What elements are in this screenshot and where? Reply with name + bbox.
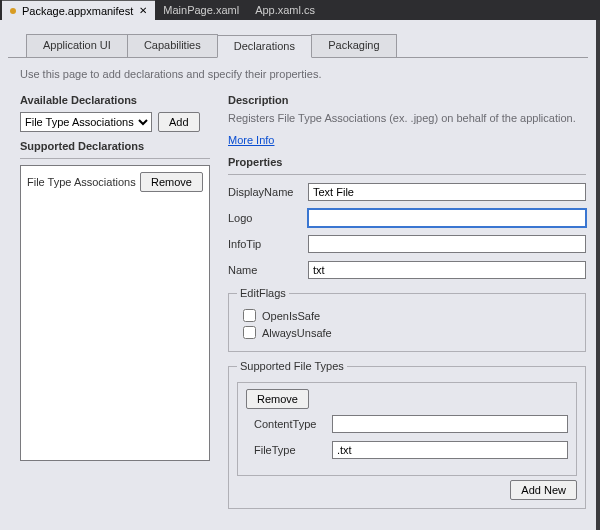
close-icon[interactable]: ✕ [139, 6, 147, 16]
add-new-file-type-button[interactable]: Add New [510, 480, 577, 500]
add-declaration-button[interactable]: Add [158, 112, 200, 132]
description-heading: Description [228, 94, 586, 106]
info-tip-field[interactable] [308, 235, 586, 253]
display-name-field[interactable] [308, 183, 586, 201]
info-tip-label: InfoTip [228, 238, 302, 250]
edit-flags-group: EditFlags OpenIsSafe AlwaysUnsafe [228, 287, 586, 352]
logo-field[interactable] [308, 209, 586, 227]
dirty-indicator-icon [10, 8, 16, 14]
manifest-page: Application UI Capabilities Declarations… [0, 20, 600, 530]
tab-capabilities[interactable]: Capabilities [127, 34, 218, 57]
always-unsafe-checkbox[interactable] [243, 326, 256, 339]
description-text: Registers File Type Associations (ex. .j… [228, 112, 586, 124]
name-field[interactable] [308, 261, 586, 279]
remove-file-type-button[interactable]: Remove [246, 389, 309, 409]
document-tab-mainpage-xaml[interactable]: MainPage.xaml [155, 0, 247, 20]
content-type-label: ContentType [254, 418, 326, 430]
right-column: Description Registers File Type Associat… [228, 88, 586, 517]
content-columns: Available Declarations File Type Associa… [0, 88, 596, 517]
content-type-field[interactable] [332, 415, 568, 433]
available-declarations-heading: Available Declarations [20, 94, 210, 106]
name-label: Name [228, 264, 302, 276]
properties-heading: Properties [228, 156, 586, 168]
file-type-label: FileType [254, 444, 326, 456]
file-type-field[interactable] [332, 441, 568, 459]
remove-declaration-button[interactable]: Remove [140, 172, 203, 192]
supported-file-types-legend: Supported File Types [237, 360, 347, 372]
open-is-safe-checkbox[interactable] [243, 309, 256, 322]
properties-separator [228, 174, 586, 175]
tab-application-ui[interactable]: Application UI [26, 34, 128, 57]
document-tab-package-appxmanifest[interactable]: Package.appxmanifest ✕ [2, 0, 155, 20]
open-is-safe-label: OpenIsSafe [262, 310, 320, 322]
page-hint: Use this page to add declarations and sp… [20, 68, 586, 80]
document-tab-bar: Package.appxmanifest ✕ MainPage.xaml App… [0, 0, 600, 20]
list-item-label: File Type Associations [27, 176, 136, 188]
list-item[interactable]: File Type Associations Remove [25, 170, 205, 194]
logo-label: Logo [228, 212, 302, 224]
available-declarations-dropdown[interactable]: File Type Associations [20, 112, 152, 132]
edit-flags-legend: EditFlags [237, 287, 289, 299]
supported-file-types-group: Supported File Types Remove ContentType … [228, 360, 586, 509]
left-column: Available Declarations File Type Associa… [20, 88, 210, 517]
supported-declarations-list[interactable]: File Type Associations Remove [20, 165, 210, 461]
manifest-tab-bar: Application UI Capabilities Declarations… [26, 34, 596, 57]
file-type-entry: Remove ContentType FileType [237, 382, 577, 476]
supported-separator [20, 158, 210, 159]
display-name-label: DisplayName [228, 186, 302, 198]
document-tab-label: MainPage.xaml [163, 4, 239, 16]
document-tab-label: App.xaml.cs [255, 4, 315, 16]
supported-declarations-heading: Supported Declarations [20, 140, 210, 152]
more-info-link[interactable]: More Info [228, 134, 274, 146]
document-tab-label: Package.appxmanifest [22, 5, 133, 17]
tab-packaging[interactable]: Packaging [311, 34, 397, 57]
tab-declarations[interactable]: Declarations [217, 35, 312, 58]
always-unsafe-label: AlwaysUnsafe [262, 327, 332, 339]
document-tab-app-xaml-cs[interactable]: App.xaml.cs [247, 0, 323, 20]
